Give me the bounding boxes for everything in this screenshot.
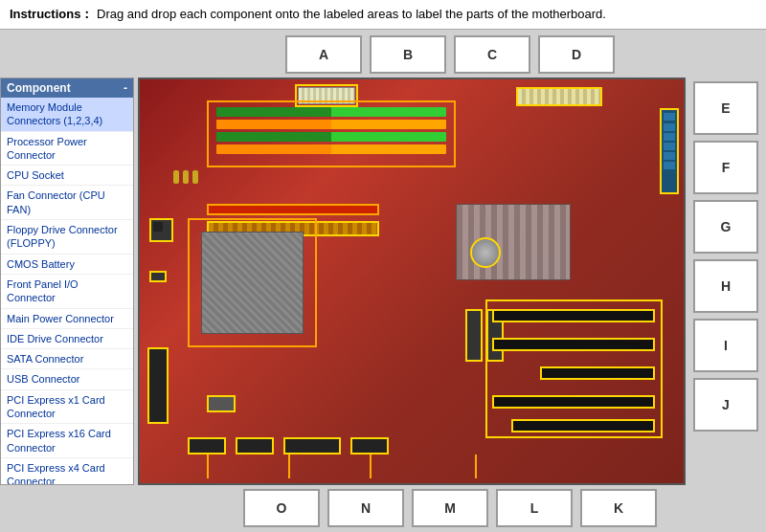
drop-zone-M[interactable]: M (412, 489, 488, 527)
ram-slot-3 (216, 132, 446, 142)
line-to-M (370, 454, 372, 478)
floppy-connector (207, 204, 379, 215)
sidebar-title: Component (7, 81, 71, 95)
sidebar-item-fan-connector[interactable]: Fan Connector (CPU FAN) (1, 186, 133, 220)
blue-connectors (660, 108, 679, 194)
fan-connector (149, 271, 167, 282)
drop-zone-N[interactable]: N (327, 489, 404, 527)
drop-zone-B[interactable]: B (370, 35, 446, 74)
ram-slot-4 (216, 144, 446, 154)
sidebar-item-ide[interactable]: IDE Drive Connector (1, 329, 133, 349)
capacitor-3 (192, 170, 198, 184)
usb-header (207, 395, 236, 412)
drop-zone-E[interactable]: E (693, 81, 758, 135)
capacitor-2 (183, 170, 189, 184)
drop-zone-H[interactable]: H (693, 259, 758, 313)
motherboard-background (140, 79, 684, 483)
drop-zone-J[interactable]: J (693, 378, 758, 432)
ram-slots-outline (207, 100, 456, 167)
bottom-connector-4 (350, 437, 389, 454)
cmos-battery (470, 237, 501, 268)
drop-zone-G[interactable]: G (693, 200, 758, 254)
processor-power-connector (149, 218, 173, 242)
sidebar-item-pcie-x4[interactable]: PCI Express x4 Card Connector (1, 458, 133, 485)
front-panel-io (147, 347, 169, 424)
drop-zone-I[interactable]: I (693, 319, 758, 372)
sidebar-item-floppy[interactable]: Floppy Drive Connector (FLOPPY) (1, 220, 133, 255)
drop-zone-D[interactable]: D (538, 35, 615, 74)
ram-slot-2 (216, 120, 446, 129)
instruction-bar: Instructions： Drag and drop each compone… (0, 0, 766, 30)
sidebar-header: Component - (1, 78, 133, 98)
instruction-text: Drag and drop each component onto the la… (97, 7, 606, 21)
drop-zone-O[interactable]: O (243, 489, 320, 527)
atx12v-connector (516, 87, 602, 106)
bottom-connector-3 (283, 437, 341, 454)
sidebar-item-usb[interactable]: USB Connector (1, 369, 133, 389)
sidebar-item-cmos[interactable]: CMOS Battery (1, 255, 133, 275)
cpu-socket-outline (188, 218, 317, 347)
bottom-connector-2 (236, 437, 274, 454)
line-to-L (475, 454, 477, 478)
sidebar-item-sata[interactable]: SATA Connector (1, 349, 133, 369)
top-drop-zones: A B C D (0, 30, 766, 78)
sidebar-item-cpu-socket[interactable]: CPU Socket (1, 166, 133, 186)
right-drop-zones: E F G H I J (689, 78, 766, 485)
drop-zone-A[interactable]: A (285, 35, 362, 74)
drop-zone-F[interactable]: F (693, 141, 758, 194)
drop-zone-K[interactable]: K (580, 489, 657, 527)
sidebar-item-memory-module[interactable]: Memory Module Connectors (1,2,3,4) (1, 98, 133, 132)
line-to-N (288, 454, 290, 478)
expansion-slots-outline (485, 299, 663, 438)
component-sidebar: Component - Memory Module Connectors (1,… (0, 78, 134, 485)
capacitor-1 (173, 170, 179, 184)
bottom-drop-zones: O N M L K (0, 485, 766, 531)
bottom-connector-1 (188, 437, 226, 454)
cpu-socket-inner (201, 232, 304, 334)
sidebar-item-pcie-x1[interactable]: PCI Express x1 Card Connector (1, 390, 133, 425)
sidebar-collapse[interactable]: - (124, 81, 127, 95)
ram-slot-1 (216, 107, 446, 117)
sidebar-item-front-panel[interactable]: Front Panel I/O Connector (1, 275, 133, 309)
motherboard-area (138, 78, 686, 485)
drop-zone-C[interactable]: C (454, 35, 530, 74)
main-content: Component - Memory Module Connectors (1,… (0, 78, 766, 485)
sidebar-item-main-power[interactable]: Main Power Connector (1, 309, 133, 329)
drop-zone-L[interactable]: L (496, 489, 573, 527)
line-to-O (207, 454, 209, 478)
sidebar-item-pcie-x16[interactable]: PCI Express x16 Card Connector (1, 424, 133, 458)
sidebar-item-processor-power[interactable]: Processor Power Connector (1, 132, 133, 166)
sata-connector-1 (465, 309, 483, 362)
instruction-prefix: Instructions： (10, 7, 93, 21)
